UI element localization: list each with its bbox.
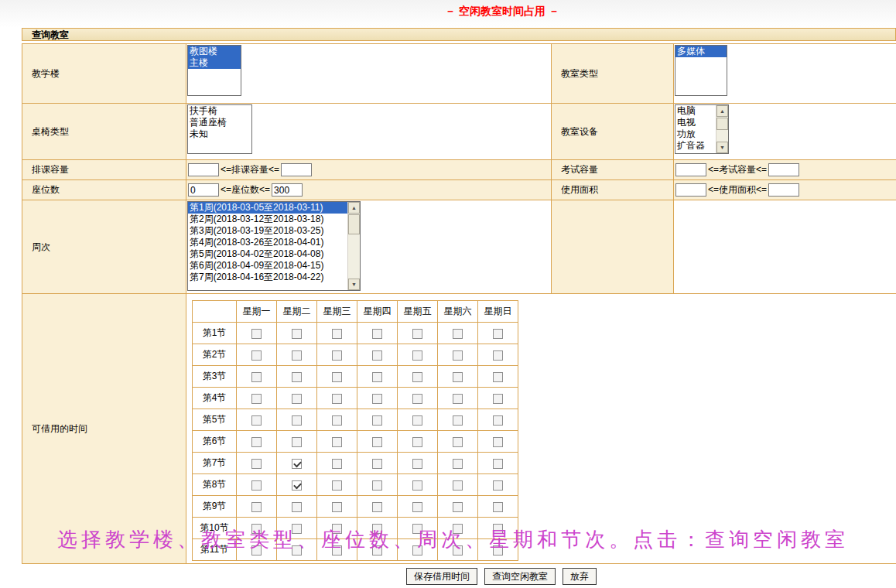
time-checkbox[interactable] — [251, 437, 262, 447]
time-checkbox[interactable] — [332, 329, 342, 339]
time-checkbox[interactable] — [332, 480, 342, 491]
classroom-equipment-listbox[interactable]: 电脑电视功放扩音器 ▲ ▼ — [675, 104, 729, 154]
time-checkbox[interactable] — [453, 350, 463, 361]
scrollbar-track[interactable] — [348, 214, 360, 279]
scrollbar-thumb[interactable] — [716, 118, 728, 130]
listbox-option[interactable]: 教图楼 — [188, 46, 241, 57]
time-checkbox[interactable] — [372, 394, 382, 404]
time-checkbox[interactable] — [453, 437, 463, 447]
time-checkbox[interactable] — [412, 459, 422, 469]
time-checkbox[interactable] — [412, 372, 422, 382]
scrollbar-thumb[interactable] — [348, 214, 360, 234]
time-checkbox[interactable] — [493, 350, 503, 361]
time-checkbox[interactable] — [412, 350, 422, 361]
time-checkbox[interactable] — [453, 459, 463, 469]
time-checkbox[interactable] — [412, 394, 422, 404]
time-checkbox[interactable] — [251, 394, 262, 404]
listbox-option[interactable]: 主楼 — [188, 57, 241, 69]
time-checkbox[interactable] — [251, 480, 262, 491]
seat-count-min-input[interactable] — [188, 183, 219, 197]
listbox-option[interactable]: 扶手椅 — [188, 105, 251, 117]
time-checkbox[interactable] — [292, 502, 302, 512]
listbox-option[interactable]: 扩音器 — [675, 140, 716, 152]
listbox-option[interactable]: 电脑 — [675, 105, 716, 117]
time-checkbox[interactable] — [292, 372, 302, 382]
query-free-classroom-button[interactable]: 查询空闲教室 — [484, 568, 556, 585]
time-checkbox[interactable] — [251, 372, 262, 382]
time-checkbox[interactable] — [292, 394, 302, 404]
time-checkbox[interactable] — [493, 502, 503, 512]
time-checkbox[interactable] — [453, 329, 463, 339]
listbox-option[interactable]: 第3周(2018-03-19至2018-03-25) — [188, 225, 347, 237]
time-checkbox[interactable] — [292, 350, 302, 361]
listbox-option[interactable]: 功放 — [675, 128, 716, 140]
time-checkbox[interactable] — [251, 502, 262, 512]
time-checkbox[interactable] — [372, 329, 382, 339]
time-checkbox[interactable] — [453, 480, 463, 491]
time-checkbox[interactable] — [493, 329, 503, 339]
time-checkbox[interactable] — [332, 502, 342, 512]
classroom-type-listbox[interactable]: 多媒体 — [675, 45, 727, 96]
equipment-scrollbar[interactable]: ▲ ▼ — [716, 105, 728, 153]
exam-capacity-max-input[interactable] — [768, 163, 799, 176]
time-checkbox[interactable] — [251, 329, 262, 339]
scrollbar-track[interactable] — [716, 117, 728, 142]
desk-chair-type-listbox[interactable]: 扶手椅普通座椅未知 — [187, 104, 252, 154]
time-checkbox[interactable] — [292, 415, 302, 426]
time-checkbox[interactable] — [493, 459, 503, 469]
time-checkbox[interactable] — [412, 502, 422, 512]
time-checkbox[interactable] — [332, 415, 342, 426]
listbox-option[interactable]: 普通座椅 — [188, 117, 251, 128]
scroll-up-icon[interactable]: ▲ — [348, 202, 360, 214]
time-checkbox[interactable] — [453, 372, 463, 382]
time-checkbox[interactable] — [493, 372, 503, 382]
time-checkbox[interactable] — [292, 459, 302, 469]
scheduling-capacity-min-input[interactable] — [188, 163, 219, 176]
time-checkbox[interactable] — [493, 480, 503, 491]
time-checkbox[interactable] — [332, 437, 342, 447]
listbox-option[interactable]: 第4周(2018-03-26至2018-04-01) — [188, 237, 347, 248]
scroll-down-icon[interactable]: ▼ — [716, 142, 728, 153]
time-checkbox[interactable] — [372, 437, 382, 447]
time-checkbox[interactable] — [332, 372, 342, 382]
scroll-up-icon[interactable]: ▲ — [716, 105, 728, 117]
seat-count-max-input[interactable] — [272, 183, 303, 197]
time-checkbox[interactable] — [493, 437, 503, 447]
week-scrollbar[interactable]: ▲ ▼ — [347, 202, 360, 290]
week-listbox[interactable]: 第1周(2018-03-05至2018-03-11)第2周(2018-03-12… — [187, 201, 361, 291]
time-checkbox[interactable] — [332, 459, 342, 469]
time-checkbox[interactable] — [292, 329, 302, 339]
time-checkbox[interactable] — [251, 415, 262, 426]
time-checkbox[interactable] — [251, 459, 262, 469]
usable-area-min-input[interactable] — [675, 183, 706, 197]
cancel-button[interactable]: 放弃 — [563, 568, 597, 585]
time-checkbox[interactable] — [292, 480, 302, 491]
scroll-down-icon[interactable]: ▼ — [348, 279, 360, 290]
time-checkbox[interactable] — [412, 329, 422, 339]
time-checkbox[interactable] — [493, 415, 503, 426]
time-checkbox[interactable] — [332, 350, 342, 361]
listbox-option[interactable]: 多媒体 — [675, 46, 727, 57]
time-checkbox[interactable] — [493, 394, 503, 404]
usable-area-max-input[interactable] — [768, 183, 799, 197]
time-checkbox[interactable] — [453, 394, 463, 404]
time-checkbox[interactable] — [453, 502, 463, 512]
time-checkbox[interactable] — [372, 480, 382, 491]
time-checkbox[interactable] — [412, 437, 422, 447]
time-checkbox[interactable] — [372, 350, 382, 361]
save-borrow-time-button[interactable]: 保存借用时间 — [406, 568, 477, 585]
teaching-building-listbox[interactable]: 教图楼主楼 — [187, 45, 241, 96]
listbox-option[interactable]: 第5周(2018-04-02至2018-04-08) — [188, 248, 347, 260]
scheduling-capacity-max-input[interactable] — [281, 163, 312, 176]
listbox-option[interactable]: 第1周(2018-03-05至2018-03-11) — [188, 202, 347, 214]
listbox-option[interactable]: 电视 — [675, 117, 716, 128]
listbox-option[interactable]: 第6周(2018-04-09至2018-04-15) — [188, 260, 347, 272]
time-checkbox[interactable] — [251, 350, 262, 361]
time-checkbox[interactable] — [332, 394, 342, 404]
listbox-option[interactable]: 未知 — [188, 128, 251, 140]
time-checkbox[interactable] — [372, 415, 382, 426]
listbox-option[interactable]: 第7周(2018-04-16至2018-04-22) — [188, 272, 347, 283]
time-checkbox[interactable] — [453, 415, 463, 426]
time-checkbox[interactable] — [412, 480, 422, 491]
listbox-option[interactable]: 第2周(2018-03-12至2018-03-18) — [188, 214, 347, 225]
